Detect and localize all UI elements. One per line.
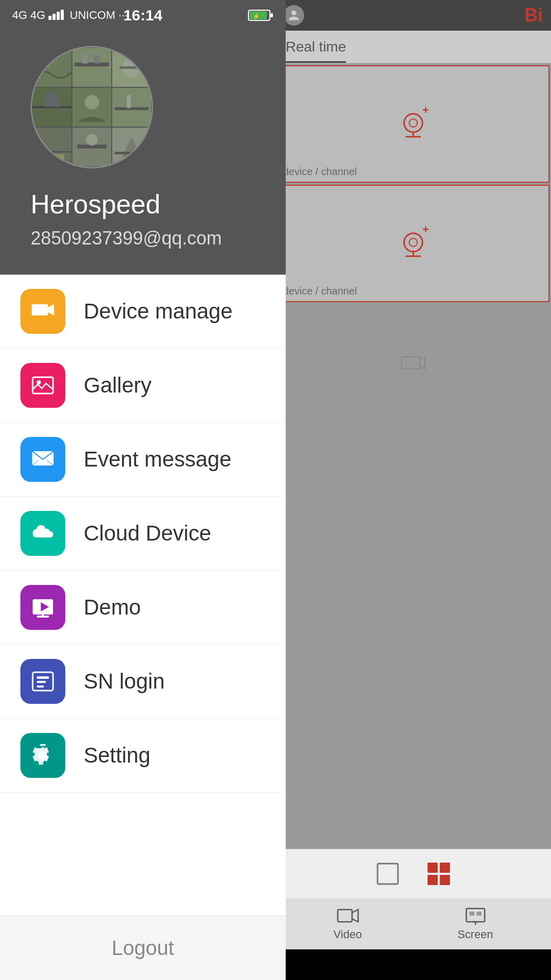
svg-rect-10 <box>402 357 420 369</box>
video-action[interactable]: Video <box>334 906 362 941</box>
svg-rect-44 <box>115 107 149 110</box>
svg-rect-25 <box>61 10 64 20</box>
svg-rect-11 <box>378 864 398 884</box>
cloud-device-label: Cloud Device <box>84 521 211 546</box>
realtime-tab[interactable]: Real time <box>286 39 346 63</box>
profile-header: Herospeed 28509237399@qq.com <box>0 31 286 275</box>
svg-rect-21 <box>477 912 482 916</box>
gallery-label: Gallery <box>84 373 152 398</box>
status-time: 16:14 <box>123 7 163 24</box>
svg-rect-64 <box>37 685 44 688</box>
svg-rect-30 <box>33 48 71 87</box>
cloud-device-icon-wrap <box>20 511 65 556</box>
signal-text: 4G 4G <box>12 9 45 22</box>
slot2-label: device / channel <box>283 285 357 297</box>
svg-point-5 <box>404 233 422 252</box>
sn-login-icon-wrap <box>20 659 65 704</box>
svg-rect-20 <box>469 912 474 916</box>
rp-bottom-controls: Video Screen <box>276 849 551 949</box>
svg-rect-46 <box>33 128 71 166</box>
rp-status-bar: Bi <box>276 0 551 31</box>
profile-name: Herospeed <box>31 189 160 219</box>
svg-point-1 <box>409 119 417 127</box>
menu-item-gallery[interactable]: Gallery <box>0 349 286 423</box>
svg-rect-16 <box>338 910 352 922</box>
logout-label: Logout <box>112 937 174 960</box>
svg-rect-22 <box>48 16 52 20</box>
menu-item-sn-login[interactable]: SN login <box>0 645 286 719</box>
signal-bars <box>48 8 67 23</box>
status-left: 4G 4G UNICOM ··· <box>12 8 128 23</box>
svg-rect-54 <box>33 377 53 394</box>
svg-point-6 <box>409 238 417 247</box>
camera-slot-2[interactable]: + device / channel <box>277 185 549 302</box>
action-row: Video Screen <box>276 898 551 949</box>
svg-rect-60 <box>42 615 44 617</box>
svg-rect-24 <box>57 12 60 20</box>
svg-rect-63 <box>37 681 46 683</box>
svg-rect-23 <box>53 14 56 20</box>
screen-label: Screen <box>458 928 493 941</box>
rp-bottom-status <box>276 949 551 980</box>
logout-area[interactable]: Logout <box>0 916 286 980</box>
sn-login-label: SN login <box>84 669 165 694</box>
rp-camera-slots: + device / channel + device / channel <box>276 64 551 849</box>
svg-rect-40 <box>45 93 60 108</box>
brand-label: Bi <box>524 5 543 26</box>
carrier-name: UNICOM <box>70 9 115 22</box>
svg-rect-34 <box>82 53 88 64</box>
svg-text:+: + <box>422 104 429 116</box>
svg-rect-62 <box>37 676 49 679</box>
svg-rect-28 <box>270 13 273 17</box>
svg-rect-33 <box>75 63 109 67</box>
menu-item-setting[interactable]: Setting <box>0 719 286 793</box>
svg-rect-14 <box>428 875 438 885</box>
menu-item-device-manage[interactable]: Device manage <box>0 275 286 349</box>
svg-text:⚡: ⚡ <box>253 12 260 20</box>
svg-rect-17 <box>466 909 485 922</box>
right-panel: Bi Real time + device / channel + <box>276 0 551 980</box>
profile-email: 28509237399@qq.com <box>31 228 222 249</box>
menu-item-event-message[interactable]: Event message <box>0 423 286 497</box>
svg-rect-53 <box>32 304 48 315</box>
gallery-icon-wrap <box>20 363 65 408</box>
device-manage-icon-wrap <box>20 289 65 334</box>
device-manage-label: Device manage <box>84 299 233 324</box>
status-bar: 4G 4G UNICOM ··· 16:14 ⚡ <box>0 0 286 31</box>
svg-rect-47 <box>40 154 64 164</box>
svg-point-0 <box>404 114 422 132</box>
svg-rect-15 <box>440 875 450 885</box>
svg-rect-12 <box>428 863 438 873</box>
svg-text:+: + <box>422 223 429 236</box>
menu-item-cloud-device[interactable]: Cloud Device <box>0 497 286 571</box>
screen-action[interactable]: Screen <box>458 906 493 941</box>
camera-slot-3 <box>277 304 549 422</box>
svg-point-55 <box>37 380 41 384</box>
demo-label: Demo <box>84 595 141 620</box>
demo-icon-wrap <box>20 585 65 630</box>
setting-icon-wrap <box>20 733 65 778</box>
setting-label: Setting <box>84 743 151 768</box>
svg-point-42 <box>85 95 99 110</box>
event-message-label: Event message <box>84 447 232 472</box>
slot1-label: device / channel <box>283 166 357 178</box>
layout-row <box>276 849 551 898</box>
svg-rect-31 <box>38 58 45 67</box>
single-view-icon[interactable] <box>372 859 403 889</box>
avatar <box>31 46 153 168</box>
svg-rect-35 <box>94 55 99 63</box>
drawer: 4G 4G UNICOM ··· 16:14 ⚡ <box>0 0 286 980</box>
svg-rect-38 <box>119 66 144 69</box>
menu-item-demo[interactable]: Demo <box>0 571 286 645</box>
menu-list: Device manage Gallery Even <box>0 275 286 916</box>
video-label: Video <box>334 928 362 941</box>
svg-point-50 <box>86 134 98 145</box>
svg-rect-45 <box>127 95 131 108</box>
camera-slot-1[interactable]: + device / channel <box>277 65 549 183</box>
event-message-icon-wrap <box>20 437 65 482</box>
rp-tab-bar: Real time <box>276 31 551 64</box>
status-right: ⚡ <box>248 8 273 22</box>
svg-rect-32 <box>72 48 111 87</box>
svg-rect-52 <box>115 152 149 155</box>
grid-view-icon[interactable] <box>423 859 454 889</box>
